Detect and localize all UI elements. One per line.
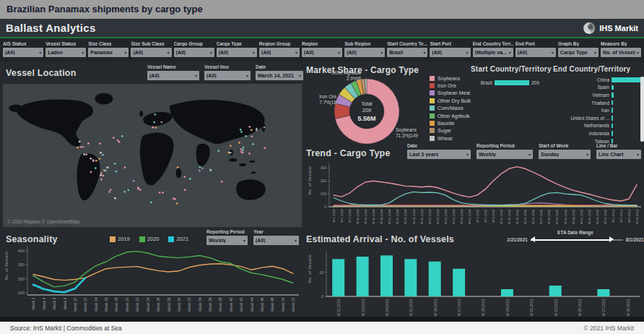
vessel-dot[interactable] [230,145,232,147]
line-series-corn-maize[interactable] [334,192,637,205]
eta-bar-w-14-2021[interactable] [380,255,393,296]
vessel-dot[interactable] [102,154,104,156]
vessel-dot[interactable] [80,146,82,148]
vessel-dot[interactable] [209,168,212,171]
global-filter-end-country-terr-dropdown[interactable]: (Multiple va...▾ [473,48,513,57]
vessel-dot[interactable] [251,135,253,137]
legend-item-soybean-meal[interactable]: Soybean Meal [430,90,471,97]
eta-bar-w-15-2021[interactable] [404,259,417,296]
vessel-dot[interactable] [114,197,116,200]
vessel-dot[interactable] [114,163,116,165]
vessel-dot[interactable] [150,201,152,203]
global-filter-graph-by-dropdown[interactable]: Cargo Type▾ [558,48,599,57]
vessel-dot[interactable] [139,189,142,191]
global-filter-end-port-dropdown[interactable]: (All)▾ [515,48,556,57]
legend-item-2021[interactable]: 2021 [168,236,188,242]
eta-bar-chart[interactable]: 010W 12,2021W 13,2021W 14,2021W 15,2021W… [306,249,644,317]
legend-item-bauxite[interactable]: Bauxite [430,119,471,127]
vessel-dot[interactable] [137,188,139,190]
slider-handle-end[interactable] [609,236,614,242]
legend-item-2020[interactable]: 2020 [139,236,160,242]
vessel-dot[interactable] [99,142,101,145]
vessel-dot[interactable] [87,142,90,145]
vessel-dot[interactable] [79,141,81,143]
vessel-dot[interactable] [245,135,247,137]
vessel-dot[interactable] [228,152,230,154]
country-bar-spain[interactable] [612,85,614,90]
vessel-dot[interactable] [118,141,121,143]
vessel-dot[interactable] [102,175,104,177]
vessel-dot[interactable] [217,150,219,152]
trend-filter-line-bar-dropdown[interactable]: Line Chart▾ [596,150,641,159]
global-filter-region-dropdown[interactable]: (All)▾ [302,48,342,57]
global-filter-region-group-dropdown[interactable]: (All)▾ [259,48,300,57]
vessel-dot[interactable] [77,147,79,149]
vessel-dot[interactable] [123,191,126,193]
eta-bar-w-17-2021[interactable] [453,269,465,296]
vessel-dot[interactable] [251,129,253,132]
global-filter-vessel-status-dropdown[interactable]: Laden▾ [45,48,86,57]
trend-filter-date-dropdown[interactable]: Last 3 years▾ [407,150,471,159]
vessel-dot[interactable] [85,153,87,155]
legend-item-corn-maize[interactable]: Corn/Maize [430,105,471,112]
legend-item-other-dry-bulk[interactable]: Other Dry Bulk [430,97,471,104]
global-filter-cargo-group-dropdown[interactable]: (All)▾ [174,48,214,57]
vessel-dot[interactable] [100,179,103,181]
eta-bar-w-16-2021[interactable] [429,262,441,296]
vessel-dot[interactable] [95,167,97,169]
vessel-dot[interactable] [221,181,223,183]
global-filter-size-class-dropdown[interactable]: Panamax▾ [88,48,129,57]
legend-item-2019[interactable]: 2019 [110,236,130,242]
eta-bar-w-13-2021[interactable] [357,257,369,296]
vessel-dot[interactable] [243,147,245,149]
vessel-filter-date-dropdown[interactable]: March 14, 2021▾ [256,71,303,80]
country-bar-iran[interactable] [612,108,613,113]
vessel-dot[interactable] [90,158,92,160]
vessel-dot[interactable] [152,127,155,129]
vessel-dot[interactable] [252,143,254,145]
vessel-dot[interactable] [95,160,97,162]
line-series-soybeans[interactable] [334,167,637,201]
vessel-dot[interactable] [105,170,107,172]
vessel-dot[interactable] [184,189,186,191]
global-filter-size-sub-class-dropdown[interactable]: (All)▾ [131,48,171,57]
global-filter-start-port-dropdown[interactable]: (All)▾ [430,48,470,57]
vessel-dot[interactable] [100,152,102,154]
trend-line-chart[interactable]: 0100200300W 1,2019W 4,2019W 7,2019W 10,2… [306,162,644,228]
vessel-filter-vessel-name-dropdown[interactable]: (All)▾ [147,71,199,80]
seasonality-line-chart[interactable]: 100200300400Week 2Week 4Week 6Week 8Week… [3,244,302,317]
eta-bar-w-12-2021[interactable] [332,259,344,296]
vessel-dot[interactable] [238,142,240,144]
vessel-dot[interactable] [82,146,84,148]
eta-range-slider[interactable] [531,239,623,241]
legend-item-sugar[interactable]: Sugar [430,127,471,134]
vessel-dot[interactable] [160,121,162,124]
vessel-dot[interactable] [99,158,101,160]
country-bar-indonesia[interactable] [612,131,613,136]
vessel-dot[interactable] [173,197,175,200]
vessel-dot[interactable] [240,131,243,133]
vessel-dot[interactable] [162,192,164,194]
vessel-dot[interactable] [90,171,92,174]
slider-handle-start[interactable] [531,236,535,242]
vessel-dot[interactable] [124,166,126,168]
country-bar-brazil[interactable] [495,80,529,85]
vessel-dot[interactable] [199,166,201,168]
vessel-dot[interactable] [153,121,155,124]
global-filter-measure-by-dropdown[interactable]: No. of Vessels▾ [601,48,641,57]
vessel-dot[interactable] [240,148,243,150]
vessel-dot[interactable] [83,153,85,155]
vessel-dot[interactable] [92,159,95,161]
eta-bar-w-19-2021[interactable] [501,289,513,296]
eta-bar-w-27-2021[interactable] [597,289,609,296]
vessel-dot[interactable] [100,172,103,174]
vessel-dot[interactable] [189,178,191,180]
end-country-scrollbar[interactable] [640,77,644,142]
vessel-dot[interactable] [256,129,258,132]
global-filter-cargo-type-dropdown[interactable]: (All)▾ [217,48,257,57]
vessel-dot[interactable] [155,127,157,129]
global-filter-start-country-te-dropdown[interactable]: Brazil▾ [387,48,427,57]
country-bar-netherlands[interactable] [612,124,613,129]
vessel-filter-vessel-imo-dropdown[interactable]: (All)▾ [204,71,251,80]
vessel-dot[interactable] [201,167,204,169]
